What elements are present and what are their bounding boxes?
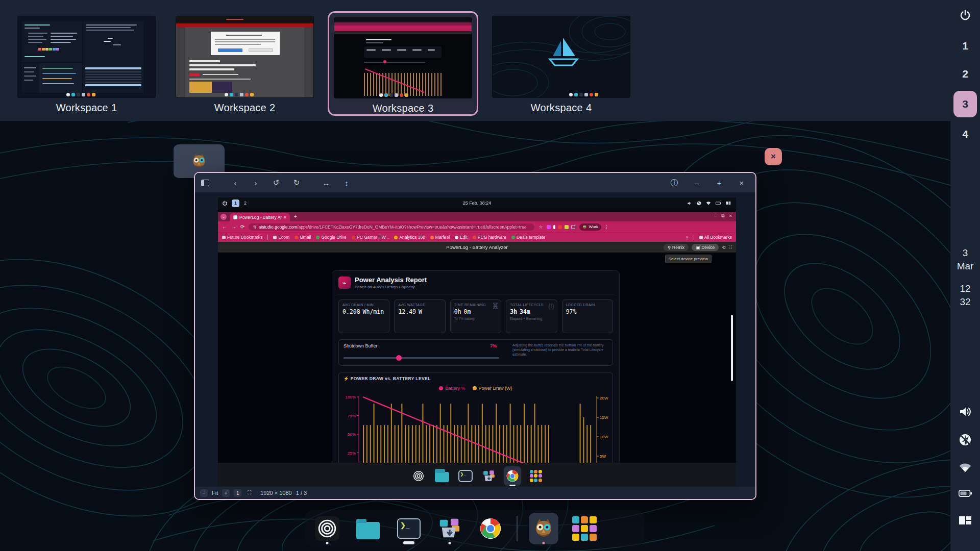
dock-activity-target[interactable] bbox=[312, 513, 342, 544]
all-bookmarks[interactable]: All Bookmarks bbox=[699, 235, 732, 240]
inner-terminal-icon[interactable]: ❯_ bbox=[457, 466, 474, 486]
viewer-titlebar[interactable]: ‹ › ↺ ↻ ↔ ↕ ⓘ – + × bbox=[195, 173, 755, 192]
tab-close-icon[interactable]: × bbox=[284, 215, 286, 220]
bookmark-favicon bbox=[511, 236, 515, 239]
power-icon[interactable] bbox=[959, 9, 972, 21]
legend-battery-dot bbox=[439, 386, 443, 390]
site-settings-icon[interactable]: ⇅ bbox=[253, 224, 256, 230]
bookmark-item[interactable]: Analytics 360 bbox=[394, 235, 425, 240]
minimize-icon[interactable]: – bbox=[690, 177, 703, 189]
slider-thumb[interactable] bbox=[396, 355, 402, 361]
bookmark-item[interactable]: Edit bbox=[455, 235, 468, 240]
sidebar-toggle-icon[interactable] bbox=[201, 180, 209, 186]
bookmark-star-icon[interactable]: ☆ bbox=[538, 224, 543, 230]
profile-chip[interactable]: Work bbox=[579, 223, 601, 231]
maximize-icon[interactable]: + bbox=[713, 177, 726, 189]
chrome-menu-icon[interactable]: ⋮ bbox=[604, 224, 609, 230]
fullscreen-icon[interactable]: ⛶ bbox=[729, 244, 732, 250]
report-subtitle: Based on 40Wh Design Capacity bbox=[355, 285, 427, 289]
bookmark-item[interactable]: Gmail bbox=[295, 235, 311, 240]
bluetooth-off-icon[interactable] bbox=[959, 433, 972, 446]
dock-terminal[interactable]: ❯_ bbox=[394, 513, 424, 544]
shutdown-buffer-section: Shutdown Buffer 7% Adjusting the buffer … bbox=[338, 339, 613, 366]
workspace-3-cell[interactable]: Workspace 3 bbox=[328, 11, 478, 116]
sidebar-workspace-1[interactable]: 1 bbox=[954, 35, 976, 57]
owl-icon bbox=[190, 153, 208, 170]
right-status-bar: 1 2 3 4 3 Mar 12 32 bbox=[950, 0, 980, 551]
fit-label[interactable]: Fit bbox=[212, 490, 218, 496]
workspace-4-label: Workspace 4 bbox=[531, 102, 592, 114]
image-viewer-window[interactable]: ‹ › ↺ ↻ ↔ ↕ ⓘ – + × 1 2 25 Feb, 08:24 bbox=[194, 172, 756, 500]
volume-icon[interactable] bbox=[959, 406, 972, 418]
chrome-active-tab[interactable]: PowerLog - Battery An... × bbox=[230, 213, 290, 221]
hourglass-icon bbox=[493, 303, 498, 309]
workspace-1-cell[interactable]: Workspace 1 bbox=[11, 11, 162, 116]
bookmark-item[interactable]: Future Bookmarks bbox=[222, 235, 262, 240]
close-window-button[interactable]: × bbox=[765, 148, 782, 165]
workspace-1-thumbnail[interactable] bbox=[18, 16, 155, 97]
browser-forward-icon[interactable]: → bbox=[231, 224, 236, 230]
inner-activity-target-icon[interactable] bbox=[410, 466, 427, 486]
back-icon[interactable]: ‹ bbox=[229, 177, 242, 189]
dock-chrome[interactable] bbox=[476, 513, 505, 544]
dock: ❯_ bbox=[305, 510, 644, 547]
reset-icon[interactable]: ⟲ bbox=[722, 245, 726, 250]
fullscreen-button[interactable]: ⛶ bbox=[246, 489, 253, 497]
dock-package-installer[interactable] bbox=[435, 513, 464, 544]
dock-file-manager[interactable] bbox=[353, 513, 383, 544]
layout-icon[interactable] bbox=[959, 515, 972, 526]
workspace-4-thumbnail[interactable] bbox=[493, 16, 630, 97]
workspace-2-thumbnail[interactable] bbox=[176, 16, 313, 97]
inner-chrome-icon[interactable] bbox=[504, 466, 521, 486]
browser-scrollbar[interactable] bbox=[731, 315, 733, 381]
bookmark-item[interactable]: Ecom bbox=[273, 235, 289, 240]
flip-vertical-icon[interactable]: ↕ bbox=[340, 177, 353, 189]
browser-back-icon[interactable]: ← bbox=[222, 224, 227, 230]
device-button[interactable]: ▣Device bbox=[692, 244, 719, 251]
rotate-left-icon[interactable]: ↺ bbox=[270, 177, 283, 189]
bookmark-item[interactable]: PCG hardware bbox=[473, 235, 506, 240]
workspace-2-cell[interactable]: Workspace 2 bbox=[169, 11, 320, 116]
remix-button[interactable]: ⚲Remix bbox=[664, 244, 689, 251]
bookmarks-overflow-icon[interactable]: » bbox=[686, 235, 689, 240]
forward-icon[interactable]: › bbox=[249, 177, 262, 189]
bookmark-item[interactable]: Deals template bbox=[511, 235, 546, 240]
viewer-statusbar: − Fit + 1 ⛶ 980 × 551 1 / 3 bbox=[195, 487, 755, 499]
battery-icon[interactable] bbox=[959, 489, 972, 497]
bookmark-item[interactable]: Google Drive bbox=[316, 235, 347, 240]
info-icon[interactable]: ⓘ bbox=[668, 177, 681, 189]
shutdown-buffer-slider[interactable] bbox=[344, 357, 499, 359]
slider-help-text: Adjusting the buffer reserves the bottom… bbox=[512, 343, 614, 357]
actual-size-button[interactable]: 1 bbox=[234, 489, 241, 497]
wifi-icon[interactable] bbox=[959, 462, 972, 473]
workspace-4-cell[interactable]: Workspace 4 bbox=[486, 11, 636, 116]
workspace-3-thumbnail[interactable] bbox=[334, 18, 472, 98]
app-grid-icon bbox=[572, 516, 597, 541]
sidebar-workspace-4[interactable]: 4 bbox=[954, 123, 976, 145]
browser-reload-icon[interactable]: ⟳ bbox=[240, 224, 244, 230]
zoom-out-button[interactable]: − bbox=[200, 489, 208, 497]
url-bar[interactable]: ⇅ aistudio.google.com/apps/drive/1FCETKc… bbox=[249, 223, 534, 231]
new-tab-button[interactable]: + bbox=[294, 214, 297, 219]
close-icon[interactable]: × bbox=[735, 177, 748, 189]
sidebar-workspace-3-selected[interactable]: 3 bbox=[953, 91, 977, 117]
bookmark-item[interactable]: PC Gamer HW... bbox=[352, 235, 389, 240]
tab-search-icon[interactable]: ⌄ bbox=[220, 214, 227, 220]
zoom-in-button[interactable]: + bbox=[222, 489, 230, 497]
sidebar-workspace-2[interactable]: 2 bbox=[954, 63, 976, 85]
extension-icons[interactable] bbox=[547, 225, 575, 229]
bookmark-item[interactable]: Marfeel bbox=[430, 235, 450, 240]
workspace-2-label: Workspace 2 bbox=[214, 102, 276, 114]
stat-total-lifecycle: (!) TOTAL LIFECYCLE 3h 34m Elapsed + Rem… bbox=[506, 299, 557, 333]
flip-horizontal-icon[interactable]: ↔ bbox=[320, 177, 333, 189]
svg-text:100%: 100% bbox=[346, 395, 356, 399]
chrome-window-buttons[interactable]: – ⧉ × bbox=[714, 213, 732, 219]
dock-owl-app[interactable] bbox=[529, 513, 558, 544]
workspace-3-label: Workspace 3 bbox=[373, 103, 434, 114]
rotate-right-icon[interactable]: ↻ bbox=[290, 177, 303, 189]
inner-app-grid-icon[interactable] bbox=[527, 466, 545, 486]
inner-package-installer-icon[interactable] bbox=[480, 466, 498, 486]
dock-app-grid[interactable] bbox=[570, 513, 599, 544]
inner-file-manager-icon[interactable] bbox=[433, 466, 451, 486]
svg-text:20W: 20W bbox=[600, 396, 608, 400]
